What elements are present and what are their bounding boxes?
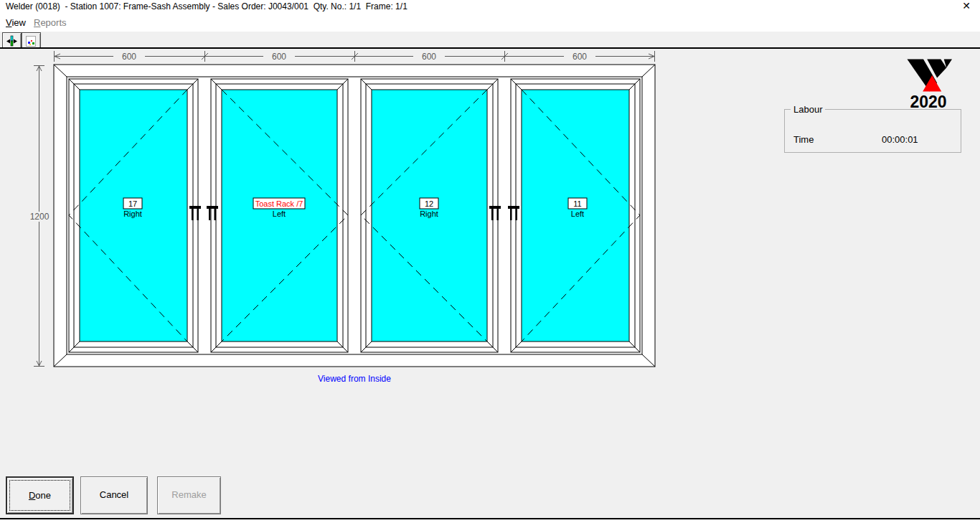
dim-top-4: 600 — [573, 52, 587, 62]
panel-1-id: 17 — [128, 199, 137, 208]
panel-1-side: Right — [123, 209, 142, 218]
menu-bar: View Reports — [0, 13, 980, 32]
report-pattern-icon — [25, 35, 37, 47]
menu-view[interactable]: View — [6, 17, 26, 28]
panel-3-side: Right — [420, 209, 438, 218]
panel-2-side: Left — [273, 209, 286, 218]
labour-title: Labour — [791, 104, 825, 115]
logo-w-icon — [905, 59, 952, 92]
panel-2-id: Toast Rack /7 — [255, 199, 303, 208]
labour-groupbox: Labour Time 00:00:01 — [784, 109, 961, 153]
remake-button: Remake — [157, 476, 221, 514]
close-icon[interactable]: ✕ — [960, 0, 973, 12]
cancel-button[interactable]: Cancel — [80, 476, 148, 514]
done-button[interactable]: Done — [6, 476, 74, 514]
logo-2020: 2020 — [903, 59, 954, 109]
main-area: 600 600 600 600 1200 — [0, 49, 980, 518]
panel-4-id: 11 — [573, 199, 581, 208]
dim-top-2: 600 — [272, 52, 286, 62]
window-title: Welder (0018) - Station 1007: Frame-Sash… — [6, 1, 407, 11]
labour-time-row: Time 00:00:01 — [793, 134, 951, 145]
title-bar: Welder (0018) - Station 1007: Frame-Sash… — [0, 0, 980, 13]
viewed-from-inside-caption: Viewed from Inside — [318, 374, 391, 384]
panel-3-id: 12 — [425, 199, 433, 208]
dim-top-1: 600 — [122, 52, 136, 62]
toolbar — [0, 32, 980, 47]
transfer-icon — [6, 35, 18, 47]
bottom-strip — [0, 519, 980, 523]
dim-top-3: 600 — [422, 52, 436, 62]
focus-rect — [9, 480, 70, 511]
dim-left: 1200 — [30, 212, 50, 222]
panel-4-side: Left — [571, 209, 584, 218]
menu-reports[interactable]: Reports — [34, 17, 67, 28]
time-value: 00:00:01 — [882, 134, 918, 145]
logo-text: 2020 — [903, 95, 954, 109]
time-label: Time — [793, 134, 814, 145]
